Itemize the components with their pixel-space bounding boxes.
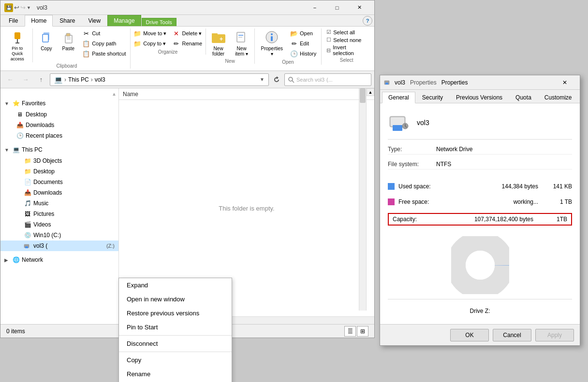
rename-button[interactable]: ✏ Rename (170, 39, 204, 48)
this-pc-header[interactable]: ▼ 💻 This PC (0, 144, 118, 156)
apply-button[interactable]: Apply (535, 329, 574, 341)
nav-videos[interactable]: 🎬 Videos (0, 219, 118, 230)
tab-manage[interactable]: Manage (107, 15, 141, 26)
nav-downloads-pc[interactable]: 📥 Downloads (0, 187, 118, 198)
fs-value: NTFS (436, 161, 572, 168)
large-icons-view-button[interactable]: ⊞ (357, 326, 368, 337)
nav-collapse-icon[interactable]: ▲ (112, 91, 117, 97)
pin-quick-access-button[interactable]: Pin to Quick access (5, 28, 29, 62)
ctx-restore-versions[interactable]: Restore previous versions (119, 306, 232, 320)
delete-button[interactable]: ✕ Delete ▾ (170, 28, 204, 38)
dialog-title-bar: vol3 Properties Properties ✕ (380, 75, 580, 90)
ctx-rename[interactable]: Rename (119, 367, 232, 381)
ctx-expand[interactable]: Expand (119, 278, 232, 292)
save-icon[interactable]: 💾 (4, 3, 13, 12)
back-button[interactable]: ← (3, 73, 17, 86)
scroll-up-button[interactable]: ▲ (367, 88, 374, 96)
svg-line-19 (292, 81, 294, 83)
scrollbar-thumb[interactable] (360, 88, 366, 103)
copy-button[interactable]: Copy (36, 28, 57, 52)
paste-button[interactable]: Paste (59, 28, 79, 52)
forward-button[interactable]: → (19, 73, 32, 86)
maximize-button[interactable]: □ (326, 0, 348, 15)
help-button[interactable]: ? (363, 16, 372, 26)
nav-music[interactable]: 🎵 Music (0, 198, 118, 209)
nav-vol3[interactable]: vol3 ( (Z:) (0, 241, 118, 251)
copy-path-button[interactable]: 📋 Copy path (80, 39, 128, 48)
qs-dropdown-icon[interactable]: ▼ (27, 5, 31, 10)
documents-label: Documents (33, 179, 115, 185)
nav-3d-objects[interactable]: 📁 3D Objects (0, 156, 118, 166)
window-controls: − □ ✕ (304, 0, 370, 15)
ctx-pin-start[interactable]: Pin to Start (119, 320, 232, 334)
open-icon: 📂 (290, 29, 298, 37)
network-header[interactable]: ▶ 🌐 Network (0, 254, 118, 266)
search-box[interactable]: Search vol3 (... (284, 73, 371, 86)
history-button[interactable]: 🕒 History (288, 49, 318, 58)
nav-pictures[interactable]: 🖼 Pictures (0, 209, 118, 219)
ctx-disconnect[interactable]: Disconnect (119, 337, 232, 351)
redo-icon[interactable]: ↪ (20, 4, 26, 11)
new-folder-button[interactable]: + Newfolder (208, 28, 229, 57)
nav-win10[interactable]: 💿 Win10 (C:) (0, 230, 118, 241)
minimize-button[interactable]: − (304, 0, 326, 15)
tab-view[interactable]: View (82, 15, 107, 26)
select-none-button[interactable]: ☐ Select none (324, 36, 368, 43)
properties-button[interactable]: Properties ▾ (258, 28, 286, 57)
move-to-button[interactable]: 📁 Move to ▾ (132, 28, 168, 38)
ctx-open-new-window[interactable]: Open in new window (119, 292, 232, 306)
address-box[interactable]: 💻 › This PC › vol3 ▼ (50, 73, 269, 86)
details-view-button[interactable]: ☰ (344, 326, 356, 337)
new-item-button[interactable]: Newitem ▾ (231, 28, 252, 57)
dialog-tab-customize[interactable]: Customize (538, 92, 578, 103)
tab-file[interactable]: File (2, 15, 24, 26)
dialog-title-left: vol3 Properties Properties (384, 79, 468, 86)
dialog-content: vol3 Type: Network Drive File system: NT… (380, 103, 580, 324)
ctx-copy[interactable]: Copy (119, 353, 232, 367)
cancel-button[interactable]: Cancel (493, 329, 531, 341)
ok-button[interactable]: OK (450, 329, 489, 341)
nav-recent[interactable]: 🕒 Recent places (0, 130, 118, 141)
dialog-title-icon (384, 79, 392, 86)
vertical-scrollbar[interactable] (359, 88, 367, 311)
dialog-drive-name: vol3 (417, 119, 429, 127)
svg-point-16 (271, 33, 273, 35)
invert-selection-button[interactable]: ⊟ Invert selection (324, 44, 368, 57)
open-button[interactable]: 📂 Open (288, 28, 318, 38)
dialog-tab-previous-versions[interactable]: Previous Versions (450, 92, 509, 103)
name-column-header[interactable]: Name (123, 91, 138, 98)
tab-home[interactable]: Home (25, 15, 53, 27)
paste-shortcut-button[interactable]: 📋 Paste shortcut (80, 49, 128, 58)
title-bar: 💾 ↩ ↪ ▼ vol3 − □ ✕ (0, 0, 374, 15)
drive-label-row: Drive Z: (388, 306, 572, 316)
free-space-row: Free space: working... 1 TB (388, 197, 572, 207)
dialog-close-button[interactable]: ✕ (554, 75, 576, 90)
nav-documents[interactable]: 📄 Documents (0, 177, 118, 187)
quick-access-toolbar: 💾 ↩ ↪ ▼ (4, 3, 31, 12)
nav-downloads[interactable]: 📥 Downloads (0, 120, 118, 130)
tab-share[interactable]: Share (53, 15, 81, 26)
copy-to-button[interactable]: 📁 Copy to ▾ (132, 39, 168, 48)
nav-desktop[interactable]: 🖥 Desktop (0, 109, 118, 120)
select-none-label: Select none (333, 37, 361, 43)
address-dropdown-icon[interactable]: ▼ (260, 77, 265, 82)
cut-button[interactable]: ✂ Cut (80, 28, 128, 38)
organize-btns: 📁 Move to ▾ 📁 Copy to ▾ (132, 28, 168, 48)
nav-desktop-pc[interactable]: 📁 Desktop (0, 166, 118, 177)
close-button[interactable]: ✕ (348, 0, 370, 15)
dialog-tabs: General Security Previous Versions Quota… (380, 90, 580, 103)
win10-label: Win10 (C:) (33, 232, 115, 239)
favorites-header[interactable]: ▼ ⭐ Favorites (0, 98, 118, 109)
dialog-tab-quota[interactable]: Quota (509, 92, 538, 103)
undo-icon[interactable]: ↩ (14, 4, 19, 11)
paste-shortcut-icon: 📋 (82, 50, 90, 57)
open-group: Properties ▾ 📂 Open ✏ Edit 🕒 History (255, 28, 322, 65)
dialog-header-row: vol3 (388, 111, 572, 140)
refresh-button[interactable] (271, 74, 282, 85)
dialog-tab-general[interactable]: General (382, 92, 415, 103)
free-color-box (388, 198, 395, 205)
select-all-button[interactable]: ☑ Select all (324, 28, 368, 36)
dialog-tab-security[interactable]: Security (416, 92, 449, 103)
up-button[interactable]: ↑ (34, 73, 48, 86)
edit-button[interactable]: ✏ Edit (288, 39, 318, 48)
